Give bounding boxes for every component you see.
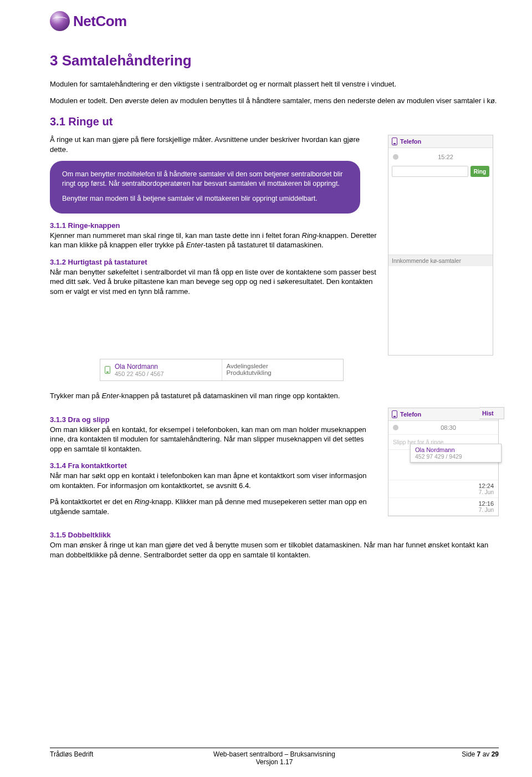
drag-contact-number: 452 97 429 / 9429 (415, 453, 497, 460)
callout-p1: Om man benytter mobiltelefon til å håndt… (62, 170, 348, 189)
telefon-widget: Telefon 15:22 Ring Innkommende kø-samtal… (388, 135, 493, 356)
footer-version: Versjon 1.17 (256, 758, 293, 766)
contact-name: Ola Nordmann (115, 363, 164, 370)
text: av (480, 750, 491, 758)
text: Trykker man på (50, 392, 101, 400)
widget-title: Telefon (400, 138, 421, 145)
entry-date: 7. Jun (393, 489, 494, 495)
phone-icon (105, 366, 110, 374)
widget-time: 15:22 (403, 154, 488, 160)
section-3-1-4-body1: Når man har søkt opp en kontakt i telefo… (50, 471, 377, 490)
drag-contact-name: Ola Nordmann (415, 446, 497, 453)
page-footer: Trådløs Bedrift Web-basert sentralbord –… (50, 748, 499, 766)
section-3-1-5-body: Om man ønsker å ringe ut kan man gjøre d… (50, 540, 499, 560)
section-3-1-2-title: 3.1.2 Hurtigtast på tastaturet (50, 258, 377, 266)
ring-button[interactable]: Ring (470, 166, 489, 177)
logo-sphere-icon (50, 11, 70, 31)
page-title: 3 Samtalehåndtering (50, 52, 499, 69)
status-dot-icon (393, 154, 398, 160)
text: Side (462, 750, 477, 758)
footer-left: Trådløs Bedrift (50, 750, 200, 766)
phone-icon (392, 138, 397, 145)
history-tab[interactable]: Hist (479, 407, 504, 419)
section-3-1-2-body: Når man benytter søkefeltet i sentralbor… (50, 267, 377, 297)
entry-date: 7. Jun (393, 507, 494, 513)
footer-center: Web-basert sentralbord – Bruksanvisning … (200, 750, 349, 766)
section-3-1-4-body2: På kontaktkortet er det en Ring-knapp. K… (50, 497, 377, 516)
dragging-contact-card[interactable]: Ola Nordmann 452 97 429 / 9429 (410, 444, 502, 463)
section-3-1-3-body: Om man klikker på en kontakt, for eksemp… (50, 425, 377, 454)
phone-icon (392, 410, 397, 418)
contact-card[interactable]: Ola Nordmann 450 22 450 / 4567 Avdelings… (100, 359, 344, 381)
entry-time: 12:24 (393, 483, 494, 489)
footer-doc-title: Web-basert sentralbord – Bruksanvisning (213, 750, 335, 758)
info-callout: Om man benytter mobiltelefon til å håndt… (50, 161, 360, 214)
brand-logo: NetCom (50, 11, 499, 31)
section-3-1-3-title: 3.1.3 Dra og slipp (50, 415, 377, 424)
section-3-1-1-title: 3.1.1 Ringe-knappen (50, 221, 377, 230)
section-3-1-5-title: 3.1.5 Dobbeltklikk (50, 531, 499, 539)
text: Kjenner man nummeret man skal ringe til,… (50, 231, 302, 240)
text: På kontaktkortet er det en (50, 497, 134, 506)
contact-number: 450 22 450 / 4567 (115, 370, 164, 377)
text: -knappen på tastaturet på datamaskinen v… (119, 392, 340, 400)
section-3-1-body: Å ringe ut kan man gjøre på flere forskj… (50, 135, 377, 154)
callout-p2: Benytter man modem til å betjene samtale… (62, 194, 348, 204)
ring-word: Ring (134, 497, 149, 506)
contact-role-1: Avdelingsleder (227, 363, 339, 369)
text: -tasten på tastaturet til datamaskinen. (203, 241, 324, 249)
incoming-queue-label: Innkommende kø-samtaler (388, 255, 493, 266)
brand-name: NetCom (73, 13, 127, 30)
enter-word: Enter (101, 392, 119, 400)
call-log-entry[interactable]: 12:24 7. Jun (388, 480, 498, 498)
intro-paragraph-1: Modulen for samtalehåndtering er den vik… (50, 79, 499, 89)
footer-right: Side 7 av 29 (349, 750, 499, 766)
entry-time: 12:16 (393, 500, 494, 507)
after-contact-text: Trykker man på Enter-knappen på tastatur… (50, 391, 499, 401)
page-total: 29 (492, 750, 499, 758)
status-dot-icon (393, 425, 398, 430)
history-tab-label: Hist (482, 410, 494, 417)
intro-paragraph-2: Modulen er todelt. Den øverste delen av … (50, 96, 499, 106)
contact-role-2: Produktutvikling (227, 369, 339, 376)
widget-title: Telefon (400, 411, 421, 418)
widget-time: 08:30 (403, 424, 494, 431)
enter-word: Enter (186, 241, 203, 249)
section-3-1-4-title: 3.1.4 Fra kontaktkortet (50, 461, 377, 470)
widget-header: Telefon (388, 135, 493, 148)
section-3-1-title: 3.1 Ringe ut (50, 115, 499, 128)
call-log-entry[interactable]: 12:16 7. Jun (388, 498, 498, 516)
section-3-1-1-body: Kjenner man nummeret man skal ringe til,… (50, 231, 377, 250)
ring-word: Ring (302, 231, 317, 240)
dial-input[interactable] (392, 166, 468, 177)
